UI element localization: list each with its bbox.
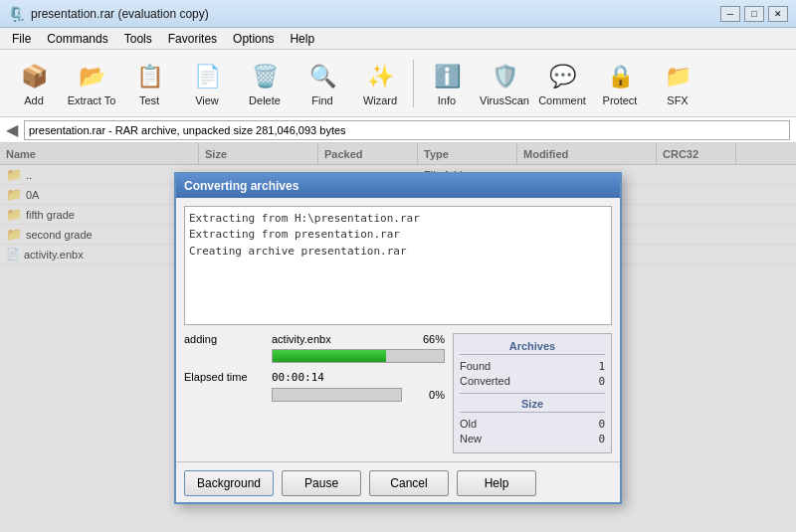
- window-controls: ─ □ ✕: [720, 6, 788, 22]
- title-bar: 🗜️ presentation.rar (evaluation copy) ─ …: [0, 0, 796, 28]
- window-title: presentation.rar (evaluation copy): [31, 7, 720, 21]
- log-line: Extracting from H:\presentation.rar: [189, 211, 607, 228]
- elapsed-label: Elapsed time: [184, 371, 264, 383]
- found-row: Found 1: [460, 359, 605, 374]
- left-section: adding activity.enbx 66%: [184, 333, 445, 453]
- toolbar: 📦 Add 📂 Extract To 📋 Test 📄 View 🗑️ Dele…: [0, 50, 796, 117]
- menu-item-help[interactable]: Help: [282, 30, 322, 48]
- find-icon: 🔍: [306, 61, 338, 92]
- toolbar-btn-delete[interactable]: 🗑️ Delete: [237, 55, 293, 112]
- protect-label: Protect: [603, 94, 638, 106]
- app-icon: 🗜️: [8, 6, 25, 22]
- extract-to-label: Extract To: [68, 94, 116, 106]
- dialog-body: Extracting from H:\presentation.rarExtra…: [176, 198, 620, 461]
- toolbar-btn-add[interactable]: 📦 Add: [6, 55, 62, 112]
- log-line: Extracting from presentation.rar: [189, 227, 607, 244]
- menu-bar: FileCommandsToolsFavoritesOptionsHelp: [0, 28, 796, 50]
- test-label: Test: [139, 94, 159, 106]
- old-value: 0: [598, 418, 605, 431]
- toolbar-btn-wizard[interactable]: ✨ Wizard: [352, 55, 408, 112]
- maximize-button[interactable]: □: [744, 6, 764, 22]
- test-icon: 📋: [133, 61, 165, 92]
- add-label: Add: [24, 94, 44, 106]
- progress-percent: 66%: [410, 333, 445, 345]
- toolbar-btn-sfx[interactable]: 📁 SFX: [650, 55, 705, 112]
- modal-overlay: Converting archives Extracting from H:\p…: [0, 143, 796, 532]
- toolbar-btn-view[interactable]: 📄 View: [179, 55, 235, 112]
- archives-section-title: Archives: [460, 340, 605, 355]
- elapsed-value: 00:00:14: [272, 371, 324, 384]
- menu-item-options[interactable]: Options: [225, 30, 282, 48]
- file-progress-row: adding activity.enbx 66%: [184, 333, 445, 345]
- new-label: New: [460, 433, 482, 445]
- time-row: Elapsed time 00:00:14: [184, 371, 445, 384]
- background-button[interactable]: Background: [184, 470, 274, 496]
- menu-item-file[interactable]: File: [4, 30, 39, 48]
- overall-progress-bar: [272, 388, 402, 402]
- toolbar-btn-protect[interactable]: 🔒 Protect: [592, 55, 648, 112]
- dialog-title-bar: Converting archives: [176, 174, 620, 198]
- size-section-title: Size: [460, 398, 605, 413]
- toolbar-btn-test[interactable]: 📋 Test: [121, 55, 177, 112]
- comment-label: Comment: [538, 94, 586, 106]
- main-content: NameSizePackedTypeModifiedCRC32 📁..File …: [0, 143, 796, 532]
- close-button[interactable]: ✕: [768, 6, 788, 22]
- log-line: Creating archive presentation.rar: [189, 244, 607, 261]
- address-bar: ◀: [0, 117, 796, 143]
- sfx-icon: 📁: [662, 61, 694, 92]
- menu-item-favorites[interactable]: Favorites: [160, 30, 225, 48]
- toolbar-btn-extract-to[interactable]: 📂 Extract To: [64, 55, 119, 112]
- menu-item-tools[interactable]: Tools: [116, 30, 160, 48]
- found-value: 1: [598, 360, 605, 373]
- old-label: Old: [460, 418, 477, 431]
- file-progress-bar-row: [184, 349, 445, 363]
- wizard-label: Wizard: [363, 94, 397, 106]
- info-icon: ℹ️: [431, 61, 463, 92]
- toolbar-btn-virusscan[interactable]: 🛡️ VirusScan: [477, 55, 532, 112]
- view-icon: 📄: [191, 61, 223, 92]
- comment-icon: 💬: [546, 61, 578, 92]
- new-value: 0: [598, 433, 605, 445]
- minimize-button[interactable]: ─: [720, 6, 740, 22]
- delete-icon: 🗑️: [249, 61, 281, 92]
- pause-button[interactable]: Pause: [282, 470, 361, 496]
- extract-to-icon: 📂: [76, 61, 107, 92]
- nav-back-button[interactable]: ◀: [6, 120, 18, 139]
- toolbar-btn-comment[interactable]: 💬 Comment: [534, 55, 590, 112]
- virusscan-icon: 🛡️: [489, 61, 520, 92]
- cancel-button[interactable]: Cancel: [369, 470, 449, 496]
- stats-panel: Archives Found 1 Converted 0 Size Old: [453, 333, 612, 453]
- view-label: View: [195, 94, 219, 106]
- converted-row: Converted 0: [460, 374, 605, 389]
- converted-label: Converted: [460, 375, 510, 388]
- file-bar-fill: [273, 350, 386, 362]
- convert-dialog: Converting archives Extracting from H:\p…: [174, 172, 622, 504]
- dialog-content-row: adding activity.enbx 66%: [184, 333, 612, 453]
- dialog-buttons: Background Pause Cancel Help: [176, 461, 620, 502]
- old-size-row: Old 0: [460, 417, 605, 432]
- progress-action-label: adding: [184, 333, 264, 345]
- found-label: Found: [460, 360, 491, 373]
- wizard-icon: ✨: [364, 61, 396, 92]
- dialog-title-text: Converting archives: [184, 179, 298, 193]
- delete-label: Delete: [249, 94, 281, 106]
- toolbar-btn-find[interactable]: 🔍 Find: [295, 55, 350, 112]
- overall-percent: 0%: [410, 389, 445, 401]
- converted-value: 0: [598, 375, 605, 388]
- menu-item-commands[interactable]: Commands: [39, 30, 115, 48]
- overall-progress-row: 0%: [184, 388, 445, 402]
- sfx-label: SFX: [667, 94, 688, 106]
- log-area: Extracting from H:\presentation.rarExtra…: [184, 206, 612, 325]
- toolbar-btn-info[interactable]: ℹ️ Info: [419, 55, 475, 112]
- address-input[interactable]: [24, 120, 790, 140]
- new-size-row: New 0: [460, 432, 605, 446]
- protect-icon: 🔒: [604, 61, 636, 92]
- progress-section: adding activity.enbx 66%: [184, 333, 445, 363]
- find-label: Find: [311, 94, 332, 106]
- file-progress-bar: [272, 349, 445, 363]
- stats-divider: [460, 393, 605, 394]
- help-button[interactable]: Help: [457, 470, 536, 496]
- virusscan-label: VirusScan: [480, 94, 529, 106]
- add-icon: 📦: [18, 61, 50, 92]
- progress-file-name: activity.enbx: [272, 333, 402, 345]
